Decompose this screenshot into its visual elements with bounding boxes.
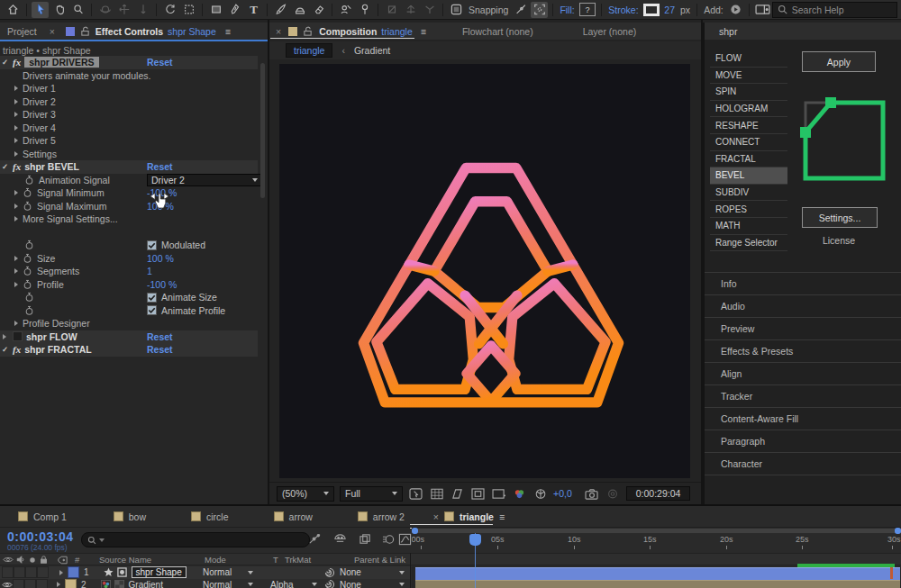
selection-tool-icon[interactable] <box>32 2 49 18</box>
magnification-dropdown[interactable]: (50%) <box>277 486 334 502</box>
exposure-icon[interactable] <box>532 487 548 501</box>
blend-mode-dropdown[interactable]: Normal <box>203 580 253 588</box>
settings-button[interactable]: Settings... <box>802 207 878 228</box>
stopwatch-icon[interactable] <box>23 266 32 276</box>
workspace-icon[interactable] <box>754 2 771 18</box>
twirl-icon[interactable] <box>14 256 18 261</box>
rotation-tool-icon[interactable] <box>161 2 178 18</box>
segments-value[interactable]: 1 <box>147 266 152 276</box>
driver-1-label[interactable]: Driver 1 <box>23 83 56 94</box>
timeline-tab-circle[interactable]: circle <box>191 511 229 522</box>
rectangle-tool-icon[interactable] <box>207 2 224 18</box>
label-color-chip[interactable] <box>68 566 79 578</box>
pen-tool-icon[interactable] <box>226 2 243 18</box>
driver-4-label[interactable]: Driver 4 <box>23 122 56 133</box>
solo-toggle[interactable] <box>24 579 36 588</box>
unlock-icon[interactable] <box>303 26 313 37</box>
view-axis-icon[interactable] <box>421 2 438 18</box>
timeline-tab-bow[interactable]: bow <box>114 511 146 522</box>
current-timecode[interactable]: 0:00:03:04 <box>7 529 74 544</box>
twirl-icon[interactable] <box>14 190 18 195</box>
snapping-checkbox[interactable] <box>448 2 465 18</box>
panel-tab-tracker[interactable]: Tracker <box>705 385 901 408</box>
frame-blending-icon[interactable] <box>357 532 373 547</box>
audio-speaker-icon[interactable] <box>16 555 25 565</box>
driver-2-label[interactable]: Driver 2 <box>23 96 56 107</box>
audio-toggle[interactable] <box>14 566 25 578</box>
twirl-icon[interactable] <box>14 138 18 143</box>
twirl-icon[interactable] <box>14 99 18 104</box>
panel-tab-character[interactable]: Character <box>705 453 901 475</box>
breadcrumb-parent[interactable]: Gradient <box>354 45 390 56</box>
stopwatch-icon[interactable] <box>23 187 32 198</box>
modulated-checkbox[interactable]: Modulated <box>147 240 205 250</box>
timeline-tab-arrow2[interactable]: arrow 2 <box>358 511 405 522</box>
twirl-icon[interactable] <box>14 151 18 157</box>
orbit-camera-icon[interactable] <box>96 2 114 18</box>
module-subdiv[interactable]: SUBDIV <box>710 185 787 202</box>
effect-panel-scrollbar[interactable] <box>260 63 265 198</box>
local-axis-icon[interactable] <box>383 2 400 18</box>
tab-flowchart[interactable]: Flowchart (none) <box>462 26 533 37</box>
effect-title-bevel[interactable]: shpr BEVEL <box>24 161 79 172</box>
effect-title-drivers[interactable]: shpr DRIVERS <box>24 57 98 68</box>
module-spin[interactable]: SPIN <box>710 84 787 101</box>
snapshot-icon[interactable] <box>585 487 600 501</box>
module-math[interactable]: MATH <box>710 218 787 235</box>
resolution-dropdown[interactable]: Full <box>340 486 403 502</box>
dolly-camera-icon[interactable] <box>134 2 151 18</box>
pickwhip-icon[interactable] <box>324 567 335 578</box>
stopwatch-icon[interactable] <box>23 279 32 290</box>
module-connect[interactable]: CONNECT <box>710 134 787 151</box>
world-axis-icon[interactable] <box>402 2 419 18</box>
tab-project[interactable]: Project <box>7 26 37 37</box>
apply-button[interactable]: Apply <box>802 51 876 72</box>
trkmat-dropdown[interactable]: Alpha <box>270 580 317 588</box>
playhead-line[interactable] <box>475 533 476 588</box>
tab-composition[interactable]: Composition <box>319 26 377 37</box>
twirl-icon[interactable] <box>14 204 18 209</box>
layer-2-duration-bar[interactable] <box>415 580 900 588</box>
project-tab-close-icon[interactable]: × <box>50 26 55 37</box>
stopwatch-icon[interactable] <box>24 292 34 303</box>
video-eye-icon[interactable] <box>2 581 13 588</box>
help-search-input[interactable]: Search Help <box>772 2 897 18</box>
stroke-width-value[interactable]: 27 <box>664 5 675 15</box>
module-reshape[interactable]: RESHAPE <box>710 117 787 134</box>
driver-3-row[interactable]: Driver 3 <box>0 108 258 122</box>
drivers-settings-label[interactable]: Settings <box>23 149 57 159</box>
animation-signal-dropdown[interactable]: Driver 2 <box>147 174 262 186</box>
col-trkmat[interactable]: TrkMat <box>285 555 311 565</box>
driver-3-label[interactable]: Driver 3 <box>23 109 56 120</box>
parent-dropdown[interactable]: None <box>340 567 405 577</box>
comp-tab-close-icon[interactable]: × <box>276 26 281 37</box>
col-parent-link[interactable]: Parent & Link <box>354 555 405 565</box>
label-color-chip[interactable] <box>65 579 77 588</box>
solo-icon[interactable] <box>29 556 36 564</box>
clone-stamp-icon[interactable] <box>291 2 308 18</box>
stroke-label[interactable]: Stroke: <box>608 5 638 15</box>
shy-layers-icon[interactable] <box>332 532 348 547</box>
signal-maximum-value[interactable]: 100 % <box>147 201 174 212</box>
breadcrumb-current[interactable]: triangle <box>286 43 332 58</box>
channels-icon[interactable] <box>512 487 527 501</box>
tab-composition-target[interactable]: triangle <box>381 26 412 37</box>
lock-toggle[interactable] <box>36 579 48 588</box>
video-eye-icon[interactable] <box>3 556 14 564</box>
twirl-icon[interactable] <box>14 216 18 222</box>
driver-2-row[interactable]: Driver 2 <box>0 95 258 109</box>
add-menu-icon[interactable] <box>727 2 744 18</box>
collapse-transform-icon[interactable] <box>117 567 127 577</box>
module-move[interactable]: MOVE <box>710 68 787 85</box>
layer-row-2[interactable]: 2 Gradient Normal Alpha None <box>0 579 410 588</box>
module-range-selector[interactable]: Range Selector <box>710 235 787 252</box>
bevel-handle-top[interactable] <box>825 97 836 108</box>
exposure-value[interactable]: +0,0 <box>553 488 572 499</box>
panel-menu-icon[interactable]: ≡ <box>225 26 231 37</box>
timeline-tab-triangle[interactable]: × triangle ≡ <box>433 511 505 522</box>
panel-tab-audio[interactable]: Audio <box>705 295 901 318</box>
parent-dropdown[interactable]: None <box>340 580 405 588</box>
panel-splitter[interactable] <box>268 20 269 504</box>
lock-toggle[interactable] <box>37 566 49 578</box>
module-flow[interactable]: FLOW <box>710 50 787 68</box>
